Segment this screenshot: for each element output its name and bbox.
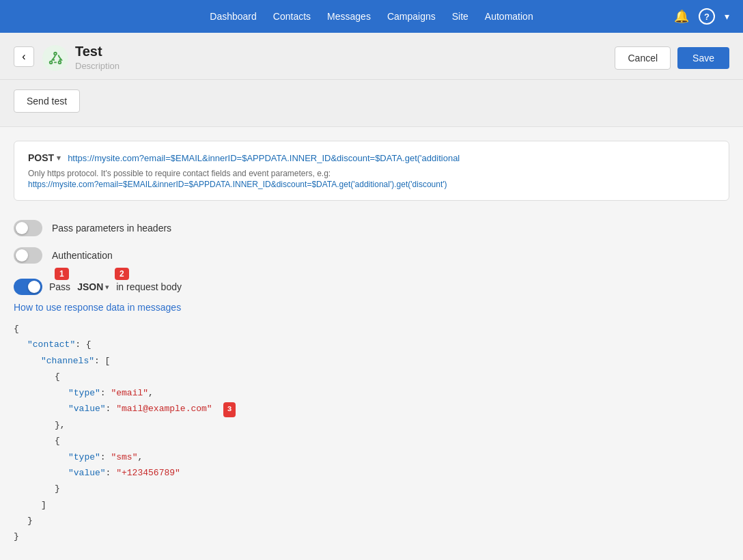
webhook-icon xyxy=(48,51,63,66)
code-line-1: "contact": { xyxy=(14,337,729,352)
code-line-5: "value": "mail@example.com"3 xyxy=(14,401,729,417)
pass-headers-knob xyxy=(16,222,28,234)
bell-icon[interactable]: 🔔 xyxy=(674,9,689,24)
pass-headers-row: Pass parameters in headers xyxy=(14,214,729,242)
code-line-9: "value": "+123456789" xyxy=(14,465,729,481)
json-format-select[interactable]: JSON ▾ xyxy=(77,281,109,292)
user-menu-icon[interactable]: ▾ xyxy=(725,11,729,22)
authentication-row: Authentication xyxy=(14,242,729,269)
page-icon xyxy=(42,45,68,71)
pass-body-toggle[interactable] xyxy=(14,279,42,295)
send-test-section: Send test xyxy=(0,80,743,127)
pass-headers-toggle[interactable] xyxy=(14,220,42,236)
main-content: POST ▾ https://mysite.com?email=$EMAIL&i… xyxy=(0,127,743,559)
url-hint-link[interactable]: https://mysite.com?email=$EMAIL&innerID=… xyxy=(28,180,715,189)
code-line-10: } xyxy=(14,481,729,496)
method-label: POST xyxy=(28,152,54,163)
authentication-toggle[interactable] xyxy=(14,247,42,264)
code-line-12: } xyxy=(14,513,729,529)
code-line-8: "type": "sms", xyxy=(14,449,729,465)
url-hint: Only https protocol. It's possible to re… xyxy=(28,169,715,178)
nav-contacts[interactable]: Contacts xyxy=(273,11,311,22)
method-dropdown[interactable]: POST ▾ xyxy=(28,152,61,163)
code-line-3: { xyxy=(14,369,729,384)
svg-point-2 xyxy=(59,61,61,64)
code-line-4: "type": "email", xyxy=(14,385,729,401)
page-title-area: Test Description xyxy=(75,44,615,71)
code-line-11: ] xyxy=(14,497,729,513)
nav-links: Dashboard Contacts Messages Campaigns Si… xyxy=(210,11,533,22)
authentication-knob xyxy=(16,249,28,262)
save-button[interactable]: Save xyxy=(677,47,729,69)
url-box: POST ▾ https://mysite.com?email=$EMAIL&i… xyxy=(14,141,729,201)
json-format-label: JSON xyxy=(77,281,103,292)
badge-3: 3 xyxy=(223,402,236,417)
badge-2: 2 xyxy=(115,268,129,280)
howto-link[interactable]: How to use response data in messages xyxy=(14,299,729,321)
nav-icons: 🔔 ? ▾ xyxy=(674,8,729,25)
page-header: ‹ Test Description Cancel Save xyxy=(0,33,743,80)
authentication-label: Authentication xyxy=(52,250,113,261)
page-description: Description xyxy=(75,61,615,71)
pass-body-knob xyxy=(28,281,40,293)
send-test-button[interactable]: Send test xyxy=(14,89,80,113)
nav-dashboard[interactable]: Dashboard xyxy=(210,11,257,22)
nav-site[interactable]: Site xyxy=(452,11,468,22)
nav-automation[interactable]: Automation xyxy=(485,11,533,22)
badge-1: 1 xyxy=(55,268,69,280)
pass-json-row: 1 2 Pass JSON ▾ in request body xyxy=(14,269,729,299)
help-icon[interactable]: ? xyxy=(699,8,715,25)
back-button[interactable]: ‹ xyxy=(14,46,34,67)
svg-point-1 xyxy=(50,61,53,64)
cancel-button[interactable]: Cancel xyxy=(615,46,671,70)
json-chevron-icon: ▾ xyxy=(105,283,109,292)
code-line-6: }, xyxy=(14,417,729,433)
svg-point-0 xyxy=(54,53,57,55)
url-value: https://mysite.com?email=$EMAIL&innerID=… xyxy=(68,153,715,163)
pass-headers-label: Pass parameters in headers xyxy=(52,223,171,234)
nav-campaigns[interactable]: Campaigns xyxy=(387,11,436,22)
top-nav: Dashboard Contacts Messages Campaigns Si… xyxy=(0,0,743,33)
header-actions: Cancel Save xyxy=(615,46,729,70)
code-line-7: { xyxy=(14,433,729,449)
in-body-label: in request body xyxy=(116,281,182,292)
page-title: Test xyxy=(75,44,615,59)
code-line-2: "channels": [ xyxy=(14,353,729,369)
url-row: POST ▾ https://mysite.com?email=$EMAIL&i… xyxy=(28,152,715,163)
method-chevron-icon: ▾ xyxy=(57,154,61,163)
code-line-13: } xyxy=(14,529,729,544)
code-block: { "contact": { "channels": [ { "type": "… xyxy=(14,321,729,545)
pass-label: Pass xyxy=(49,281,70,292)
nav-messages[interactable]: Messages xyxy=(327,11,371,22)
code-line-0: { xyxy=(14,321,729,337)
